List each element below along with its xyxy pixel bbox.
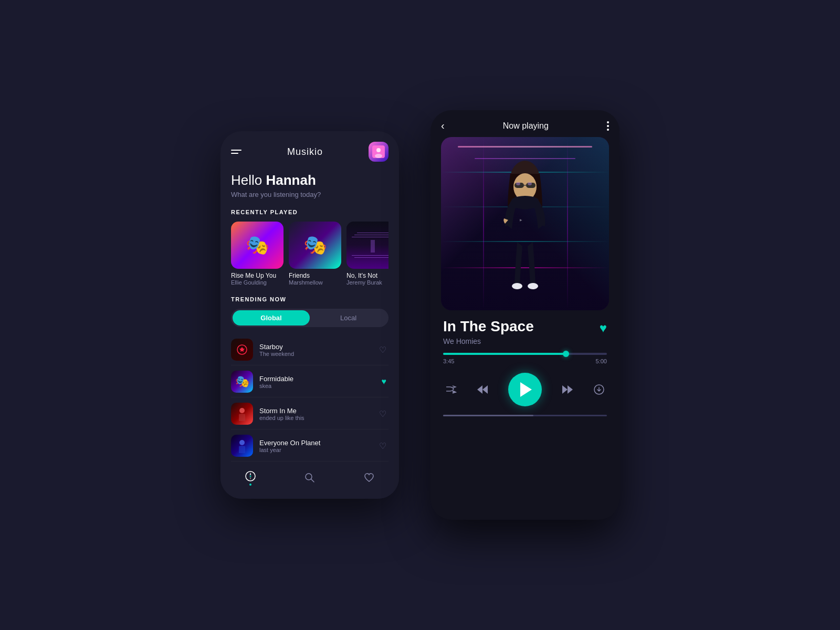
bottom-nav (220, 462, 399, 499)
recent-artist-2: Jeremy Burak (346, 279, 388, 286)
svg-point-22 (512, 283, 522, 289)
track-name-2: Storm In Me (259, 407, 377, 415)
track-sub-3: last year (259, 447, 377, 453)
heart-btn-2[interactable]: ♡ (377, 407, 388, 421)
svg-point-1 (376, 148, 381, 152)
svg-point-20 (516, 182, 520, 185)
svg-marker-25 (482, 385, 488, 394)
recent-title-1: Friends (289, 272, 341, 279)
svg-point-5 (239, 440, 245, 445)
heart-btn-0[interactable]: ♡ (377, 343, 388, 357)
nav-search[interactable] (304, 472, 316, 484)
recent-card-0[interactable]: 🎭 Rise Me Up You Ellie Goulding (231, 222, 284, 286)
svg-point-2 (375, 154, 382, 158)
progress-section: 3:45 5:00 (430, 345, 620, 364)
recent-title-0: Rise Me Up You (231, 272, 284, 279)
recent-artist-1: Marshmellow (289, 279, 341, 286)
svg-marker-28 (568, 385, 573, 394)
track-info-1: Formidable skea (259, 375, 380, 389)
recent-thumb-2 (346, 222, 388, 269)
song-like-button[interactable]: ♥ (600, 321, 607, 335)
progress-bar[interactable] (443, 353, 607, 355)
recent-card-2[interactable]: No, It's Not Jeremy Burak (346, 222, 388, 286)
back-button[interactable]: ‹ (441, 120, 445, 132)
app-title: Musikio (287, 146, 323, 158)
song-details: In The Space We Homies (443, 319, 534, 345)
album-art: ▶ (441, 137, 609, 310)
track-sub-1: skea (259, 383, 380, 389)
svg-marker-26 (477, 385, 482, 394)
song-info: In The Space We Homies ♥ (430, 310, 620, 345)
svg-point-12 (249, 475, 251, 477)
greeting: Hello Hannah (231, 172, 388, 188)
recently-played-list: 🎭 Rise Me Up You Ellie Goulding 🎭 Friend… (231, 222, 388, 286)
now-playing-title: Now playing (503, 121, 549, 131)
track-sub-0: The weekend (259, 351, 377, 357)
track-name-0: Starboy (259, 343, 377, 351)
svg-point-21 (528, 182, 532, 185)
track-info-2: Storm In Me ended up like this (259, 407, 377, 421)
song-artist: We Homies (443, 337, 534, 345)
track-info-0: Starboy The weekend (259, 343, 377, 357)
recent-title-2: No, It's Not (346, 272, 388, 279)
track-thumb-3 (231, 435, 253, 457)
svg-point-23 (528, 283, 538, 289)
track-item-3[interactable]: Everyone On Planet last year ♡ (231, 430, 388, 461)
tab-global[interactable]: Global (233, 310, 310, 326)
nav-favorites[interactable] (363, 472, 375, 484)
now-playing-header: ‹ Now playing (430, 110, 620, 137)
progress-fill (443, 353, 566, 355)
svg-text:▶: ▶ (520, 218, 522, 222)
song-title: In The Space (443, 319, 534, 335)
track-sub-2: ended up like this (259, 415, 377, 421)
next-button[interactable] (561, 384, 574, 395)
previous-button[interactable] (476, 384, 489, 395)
track-item-2[interactable]: Storm In Me ended up like this ♡ (231, 398, 388, 429)
phone-right: ‹ Now playing (430, 110, 620, 520)
svg-line-14 (311, 479, 314, 482)
track-thumb-2 (231, 403, 253, 425)
volume-bar[interactable] (443, 415, 607, 416)
more-options-button[interactable] (607, 121, 609, 131)
recent-card-1[interactable]: 🎭 Friends Marshmellow (289, 222, 341, 286)
greeting-subtitle: What are you listening today? (231, 191, 388, 198)
play-pause-button[interactable] (508, 373, 542, 406)
recent-artist-0: Ellie Goulding (231, 279, 284, 286)
greeting-text: Hello Hannah (231, 172, 388, 188)
track-info-3: Everyone On Planet last year (259, 439, 377, 453)
svg-marker-27 (562, 385, 568, 394)
recent-thumb-0: 🎭 (231, 222, 284, 269)
play-icon (520, 382, 532, 397)
recently-played-label: RECENTLY PLAYED (231, 209, 388, 215)
time-total: 5:00 (596, 358, 607, 364)
tab-local[interactable]: Local (310, 310, 387, 326)
download-button[interactable] (593, 384, 605, 395)
svg-point-4 (239, 408, 245, 413)
track-name-3: Everyone On Planet (259, 439, 377, 447)
top-bar: Musikio (231, 142, 388, 162)
player-controls (430, 364, 620, 415)
shuffle-button[interactable] (445, 385, 457, 394)
progress-thumb (563, 351, 569, 357)
track-thumb-0 (231, 339, 253, 361)
track-name-1: Formidable (259, 375, 380, 383)
nav-compass[interactable] (245, 470, 256, 486)
trending-header: TRENDING NOW (231, 296, 388, 302)
heart-btn-1[interactable]: ♥ (380, 375, 389, 388)
avatar-button[interactable] (369, 142, 388, 162)
track-item-1[interactable]: 🎭 Formidable skea ♥ (231, 366, 388, 397)
progress-times: 3:45 5:00 (443, 358, 607, 364)
trending-label: TRENDING NOW (231, 296, 388, 302)
phone-left: Musikio (220, 131, 399, 499)
tab-bar: Global Local (231, 309, 388, 327)
recent-thumb-1: 🎭 (289, 222, 341, 269)
track-item-0[interactable]: Starboy The weekend ♡ (231, 334, 388, 365)
volume-fill (443, 415, 533, 416)
track-thumb-1: 🎭 (231, 371, 253, 393)
menu-button[interactable] (231, 150, 242, 154)
time-current: 3:45 (443, 358, 454, 364)
heart-btn-3[interactable]: ♡ (377, 439, 388, 453)
